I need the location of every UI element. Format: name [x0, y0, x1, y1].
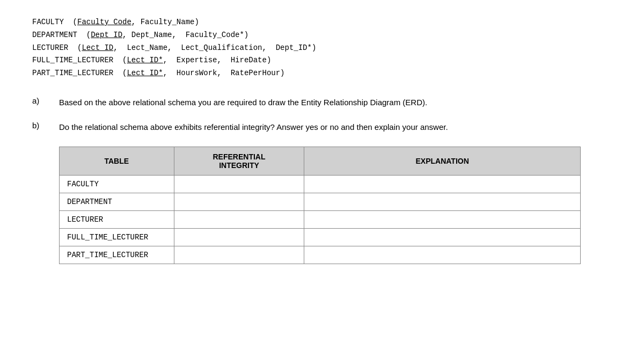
col-header-table: TABLE [60, 147, 174, 175]
row-faculty-referential [174, 175, 304, 193]
schema-block: FACULTY (Faculty_Code, Faculty_Name) DEP… [32, 16, 612, 80]
faculty-schema-line: FACULTY (Faculty_Code, Faculty_Name) [32, 16, 612, 29]
row-lecturer-name: LECTURER [60, 210, 174, 228]
parttime-schema-line: PART_TIME_LECTURER (Lect_ID*, HoursWork,… [32, 67, 612, 80]
row-parttime-explanation [304, 246, 581, 264]
question-b: b) Do the relational schema above exhibi… [32, 121, 612, 134]
row-parttime-name: PART_TIME_LECTURER [60, 246, 174, 264]
table-row: DEPARTMENT [60, 193, 581, 210]
questions-block: a) Based on the above relational schema … [32, 96, 612, 134]
row-fulltime-name: FULL_TIME_LECTURER [60, 228, 174, 246]
row-department-name: DEPARTMENT [60, 193, 174, 210]
row-lecturer-referential [174, 210, 304, 228]
table-row: FACULTY [60, 175, 581, 193]
dept-id-underline: Dept_ID [91, 31, 122, 39]
question-b-label: b) [32, 121, 59, 130]
question-a-text: Based on the above relational schema you… [59, 96, 612, 109]
lect-id-underline: Lect_ID [82, 43, 113, 52]
row-faculty-explanation [304, 175, 581, 193]
row-faculty-name: FACULTY [60, 175, 174, 193]
col-header-referential: REFERENTIALINTEGRITY [174, 147, 304, 175]
question-a: a) Based on the above relational schema … [32, 96, 612, 109]
row-fulltime-referential [174, 228, 304, 246]
table-row: LECTURER [60, 210, 581, 228]
referential-integrity-table: TABLE REFERENTIALINTEGRITY EXPLANATION F… [59, 147, 581, 264]
table-row: FULL_TIME_LECTURER [60, 228, 581, 246]
table-row: PART_TIME_LECTURER [60, 246, 581, 264]
row-parttime-referential [174, 246, 304, 264]
fulltime-lect-id-underline: Lect_ID* [127, 56, 163, 64]
parttime-lect-id-underline: Lect_ID* [127, 69, 163, 77]
fulltime-schema-line: FULL_TIME_LECTURER (Lect_ID*, Expertise,… [32, 54, 612, 67]
question-b-text: Do the relational schema above exhibits … [59, 121, 612, 134]
row-department-explanation [304, 193, 581, 210]
table-header-row: TABLE REFERENTIALINTEGRITY EXPLANATION [60, 147, 581, 175]
table-section: TABLE REFERENTIALINTEGRITY EXPLANATION F… [32, 147, 612, 264]
question-a-label: a) [32, 96, 59, 105]
col-header-explanation: EXPLANATION [304, 147, 581, 175]
faculty-code-underline: Faculty_Code [77, 18, 131, 26]
lecturer-schema-line: LECTURER (Lect_ID, Lect_Name, Lect_Quali… [32, 42, 612, 55]
row-lecturer-explanation [304, 210, 581, 228]
row-fulltime-explanation [304, 228, 581, 246]
department-schema-line: DEPARTMENT (Dept_ID, Dept_Name, Faculty_… [32, 29, 612, 42]
row-department-referential [174, 193, 304, 210]
